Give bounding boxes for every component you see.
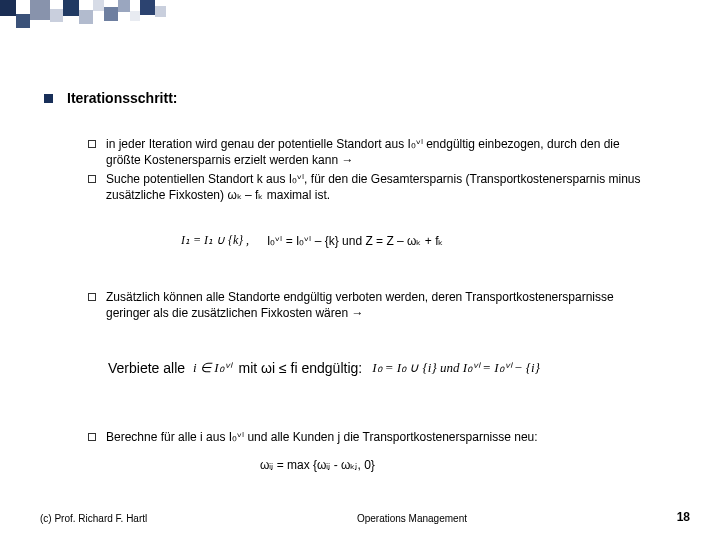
- formula-omega: ωᵢⱼ = max {ωᵢⱼ - ωₖⱼ, 0}: [260, 458, 375, 472]
- verbiete-formula-mid: i ∈ I₀ᵛˡ: [193, 360, 230, 376]
- footer-left: (c) Prof. Richard F. Hartl: [40, 513, 147, 524]
- verbiete-mid-text: mit ωi ≤ fi endgültig:: [239, 360, 363, 376]
- open-square-icon: [88, 175, 96, 183]
- heading-row: Iterationsschritt:: [44, 90, 177, 106]
- page-number: 18: [677, 510, 690, 524]
- formula-right: I₀ᵛˡ = I₀ᵛˡ – {k} und Z = Z – ωₖ + fₖ: [267, 234, 443, 248]
- open-square-icon: [88, 140, 96, 148]
- list-item: Suche potentiellen Standort k aus I₀ᵛˡ, …: [88, 172, 656, 203]
- heading-text: Iterationsschritt:: [67, 90, 177, 106]
- list-item: in jeder Iteration wird genau der potent…: [88, 137, 656, 168]
- verbiete-row: Verbiete alle i ∈ I₀ᵛˡ mit ωi ≤ fi endgü…: [108, 360, 540, 376]
- square-bullet-icon: [44, 94, 53, 103]
- list-item: Berechne für alle i aus I₀ᵛˡ und alle Ku…: [88, 430, 538, 446]
- formula-left: I₁ = I₁ ∪ {k} ,: [175, 230, 255, 251]
- footer: (c) Prof. Richard F. Hartl Operations Ma…: [0, 510, 720, 524]
- list-item: Zusätzlich können alle Standorte endgült…: [88, 290, 656, 321]
- verbiete-formula-post: I₀ = I₀ ∪ {i} und I₀ᵛˡ = I₀ᵛˡ − {i}: [372, 360, 540, 376]
- item-text: Suche potentiellen Standort k aus I₀ᵛˡ, …: [106, 172, 656, 203]
- item-text: Berechne für alle i aus I₀ᵛˡ und alle Ku…: [106, 430, 538, 446]
- item-text: Zusätzlich können alle Standorte endgült…: [106, 290, 656, 321]
- decorative-squares: [0, 0, 166, 28]
- verbiete-pre: Verbiete alle: [108, 360, 185, 376]
- open-square-icon: [88, 433, 96, 441]
- footer-center: Operations Management: [357, 513, 467, 524]
- formula-row: I₁ = I₁ ∪ {k} , I₀ᵛˡ = I₀ᵛˡ – {k} und Z …: [175, 230, 443, 251]
- open-square-icon: [88, 293, 96, 301]
- item-text: in jeder Iteration wird genau der potent…: [106, 137, 656, 168]
